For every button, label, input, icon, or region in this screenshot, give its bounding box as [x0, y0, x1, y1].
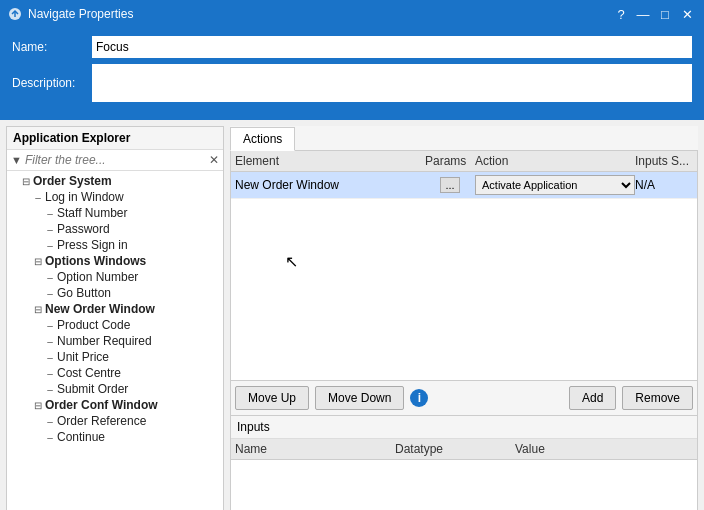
tree-node-product-code[interactable]: – Product Code — [7, 317, 223, 333]
col-header-action: Action — [475, 154, 635, 168]
move-up-button[interactable]: Move Up — [235, 386, 309, 410]
filter-icon: ▼ — [11, 154, 22, 166]
cell-inputs-0: N/A — [635, 178, 693, 192]
expander-new-order-window[interactable]: ⊟ — [31, 304, 45, 315]
tree-node-order-reference[interactable]: – Order Reference — [7, 413, 223, 429]
expander-order-system[interactable]: ⊟ — [19, 176, 33, 187]
description-label: Description: — [12, 76, 92, 90]
tree-node-number-required[interactable]: – Number Required — [7, 333, 223, 349]
inputs-table-header: Name Datatype Value — [231, 439, 697, 460]
tree-label-go-button: Go Button — [57, 286, 111, 300]
tree-node-cost-centre[interactable]: – Cost Centre — [7, 365, 223, 381]
maximize-button[interactable]: □ — [656, 5, 674, 23]
inputs-col-name: Name — [235, 442, 395, 456]
remove-button[interactable]: Remove — [622, 386, 693, 410]
app-explorer: Application Explorer ▼ ✕ ⊟ Order System … — [6, 126, 224, 510]
col-header-inputs: Inputs S... — [635, 154, 693, 168]
actions-table-container: Element Params Action Inputs S... New Or… — [230, 151, 698, 381]
actions-table-body: New Order Window ... Activate Applicatio… — [231, 172, 697, 380]
tree-node-go-button[interactable]: – Go Button — [7, 285, 223, 301]
tree-container: ⊟ Order System – Log in Window – Staff N… — [7, 171, 223, 510]
tree-node-password[interactable]: – Password — [7, 221, 223, 237]
tree-label-order-reference: Order Reference — [57, 414, 146, 428]
tree-label-order-conf-window: Order Conf Window — [45, 398, 158, 412]
tree-node-continue[interactable]: – Continue — [7, 429, 223, 445]
params-button-0[interactable]: ... — [440, 177, 459, 193]
tree-node-staff-number[interactable]: – Staff Number — [7, 205, 223, 221]
tree-label-staff-number: Staff Number — [57, 206, 127, 220]
tree-label-submit-order: Submit Order — [57, 382, 128, 396]
tree-node-log-in-window[interactable]: – Log in Window — [7, 189, 223, 205]
tree-label-press-sign-in: Press Sign in — [57, 238, 128, 252]
info-icon[interactable]: i — [410, 389, 428, 407]
actions-buttons: Move Up Move Down i Add Remove — [230, 381, 698, 416]
tree-node-order-conf-window[interactable]: ⊟ Order Conf Window — [7, 397, 223, 413]
inputs-col-value: Value — [515, 442, 693, 456]
name-row: Name: — [12, 36, 692, 58]
expander-order-conf-window[interactable]: ⊟ — [31, 400, 45, 411]
inputs-section: Inputs Name Datatype Value — [230, 416, 698, 510]
tree-label-continue: Continue — [57, 430, 105, 444]
title-bar-title: Navigate Properties — [28, 7, 133, 21]
close-button[interactable]: ✕ — [678, 5, 696, 23]
inputs-col-datatype: Datatype — [395, 442, 515, 456]
tree-label-new-order-window: New Order Window — [45, 302, 155, 316]
tree-node-unit-price[interactable]: – Unit Price — [7, 349, 223, 365]
tree-label-unit-price: Unit Price — [57, 350, 109, 364]
action-select-0[interactable]: Activate Application — [475, 175, 635, 195]
tree-label-number-required: Number Required — [57, 334, 152, 348]
tree-label-cost-centre: Cost Centre — [57, 366, 121, 380]
inputs-header: Inputs — [231, 416, 697, 439]
expander-options-windows[interactable]: ⊟ — [31, 256, 45, 267]
minimize-button[interactable]: — — [634, 5, 652, 23]
tree-label-order-system: Order System — [33, 174, 112, 188]
name-label: Name: — [12, 40, 92, 54]
cell-element-0: New Order Window — [235, 178, 425, 192]
title-bar-left: Navigate Properties — [8, 7, 133, 21]
help-button[interactable]: ? — [612, 5, 630, 23]
actions-row-0[interactable]: New Order Window ... Activate Applicatio… — [231, 172, 697, 199]
tree-label-log-in-window: Log in Window — [45, 190, 124, 204]
cell-params-0: ... — [425, 177, 475, 193]
tab-bar: Actions — [230, 126, 698, 151]
app-icon — [8, 7, 22, 21]
col-header-params: Params — [425, 154, 475, 168]
tree-node-new-order-window[interactable]: ⊟ New Order Window — [7, 301, 223, 317]
move-down-button[interactable]: Move Down — [315, 386, 404, 410]
filter-input[interactable] — [25, 153, 209, 167]
col-header-element: Element — [235, 154, 425, 168]
cell-action-0: Activate Application — [475, 175, 635, 195]
inputs-body — [231, 460, 697, 510]
tree-node-options-windows[interactable]: ⊟ Options Windows — [7, 253, 223, 269]
tab-actions[interactable]: Actions — [230, 127, 295, 151]
description-input[interactable] — [92, 64, 692, 102]
right-panel: Actions Element Params Action Inputs S..… — [230, 126, 698, 510]
tree-label-product-code: Product Code — [57, 318, 130, 332]
tree-label-options-windows: Options Windows — [45, 254, 146, 268]
tree-node-order-system[interactable]: ⊟ Order System — [7, 173, 223, 189]
main-content: Application Explorer ▼ ✕ ⊟ Order System … — [0, 120, 704, 510]
add-button[interactable]: Add — [569, 386, 616, 410]
filter-clear-button[interactable]: ✕ — [209, 153, 219, 167]
title-bar-controls: ? — □ ✕ — [612, 5, 696, 23]
tree-node-option-number[interactable]: – Option Number — [7, 269, 223, 285]
description-row: Description: — [12, 64, 692, 102]
tree-label-option-number: Option Number — [57, 270, 138, 284]
actions-table-header: Element Params Action Inputs S... — [231, 151, 697, 172]
tree-node-submit-order[interactable]: – Submit Order — [7, 381, 223, 397]
name-input[interactable] — [92, 36, 692, 58]
app-explorer-title: Application Explorer — [7, 127, 223, 150]
tree-node-press-sign-in[interactable]: – Press Sign in — [7, 237, 223, 253]
title-bar: Navigate Properties ? — □ ✕ — [0, 0, 704, 28]
header-section: Name: Description: — [0, 28, 704, 120]
tree-label-password: Password — [57, 222, 110, 236]
filter-row: ▼ ✕ — [7, 150, 223, 171]
